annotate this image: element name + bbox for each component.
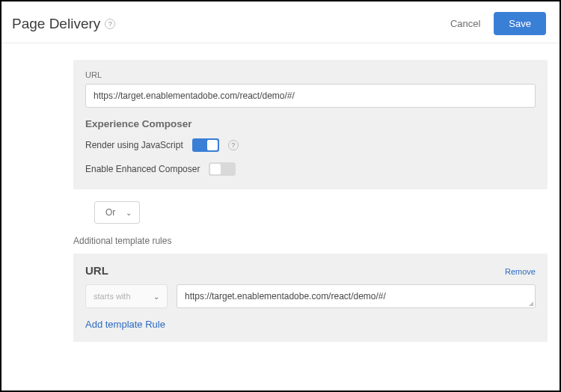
title-wrap: Page Delivery ? (12, 16, 115, 32)
rule-operator-label: starts with (94, 292, 131, 301)
rule-value-input[interactable] (177, 284, 536, 308)
chevron-down-icon: ⌄ (153, 293, 159, 301)
composer-heading: Experience Composer (85, 118, 536, 129)
help-icon[interactable]: ? (228, 140, 239, 150)
help-icon[interactable]: ? (105, 19, 115, 29)
page-title: Page Delivery (12, 16, 100, 32)
render-js-row: Render using JavaScript ? (85, 138, 536, 152)
render-js-toggle[interactable] (192, 138, 219, 152)
logic-operator-label: Or (105, 207, 115, 218)
rule-row: starts with ⌄ (85, 284, 536, 308)
rule-input-wrap (177, 284, 536, 308)
enhanced-row: Enable Enhanced Composer (85, 162, 536, 176)
rule-header: URL Remove (85, 264, 536, 277)
url-input[interactable] (85, 84, 536, 108)
rule-title: URL (85, 264, 108, 277)
remove-rule-button[interactable]: Remove (505, 267, 536, 276)
render-js-label: Render using JavaScript (85, 140, 183, 150)
rule-panel: URL Remove starts with ⌄ Add template Ru… (73, 254, 548, 342)
url-panel: URL Experience Composer Render using Jav… (73, 60, 548, 189)
cancel-button[interactable]: Cancel (450, 18, 480, 29)
additional-rules-label: Additional template rules (73, 236, 548, 246)
enhanced-label: Enable Enhanced Composer (85, 164, 200, 174)
save-button[interactable]: Save (494, 12, 546, 35)
page-header: Page Delivery ? Cancel Save (1, 1, 560, 43)
logic-operator-select[interactable]: Or ⌄ (94, 201, 140, 224)
logic-row: Or ⌄ (94, 201, 548, 224)
url-label: URL (85, 70, 536, 79)
rule-operator-select[interactable]: starts with ⌄ (85, 284, 168, 308)
enhanced-toggle[interactable] (209, 162, 236, 176)
chevron-down-icon: ⌄ (126, 209, 132, 217)
add-template-rule-button[interactable]: Add template Rule (85, 319, 536, 330)
header-actions: Cancel Save (450, 12, 546, 35)
content-area: URL Experience Composer Render using Jav… (1, 43, 560, 342)
